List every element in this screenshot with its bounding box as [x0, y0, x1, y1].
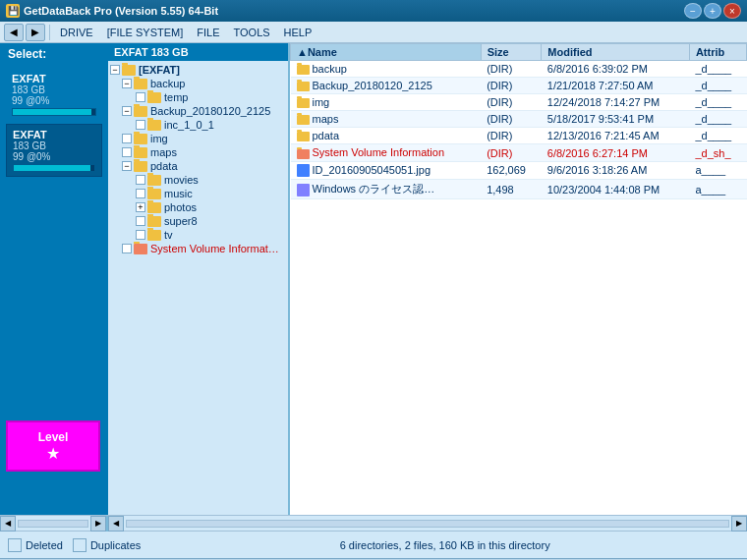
file-attrib-backup2125: _d____	[689, 78, 746, 94]
tree-expand-super8[interactable]	[136, 216, 145, 226]
file-table: ▲Name Size Modified Attrib backup (DIR) …	[290, 43, 747, 199]
tree-label-super8: super8	[164, 215, 198, 227]
nav-back-button[interactable]: ◀	[4, 24, 24, 41]
table-row[interactable]: backup (DIR) 6/8/2016 6:39:02 PM _d____	[291, 61, 747, 78]
folder-icon-pdata	[134, 161, 147, 172]
col-header-modified[interactable]: Modified	[542, 44, 690, 61]
tree-item-maps[interactable]: maps	[108, 145, 288, 159]
table-row[interactable]: Windows のライセス認… 1,498 10/23/2004 1:44:08…	[291, 180, 747, 199]
deleted-checkbox[interactable]	[8, 538, 22, 552]
file-name-jpg: ID_20160905045051.jpg	[291, 161, 482, 180]
menu-filesystem[interactable]: [FILE SYSTEM]	[101, 25, 190, 40]
level-label: Level	[38, 430, 69, 444]
tree-item-music[interactable]: music	[108, 187, 288, 200]
tree-expand-img[interactable]	[122, 134, 132, 143]
col-header-size[interactable]: Size	[481, 44, 542, 61]
tree-expand-sysvolinfo[interactable]	[122, 244, 132, 253]
file-name-backup: backup	[291, 61, 482, 78]
tree-label-music: music	[164, 188, 193, 199]
level-panel[interactable]: Level ★	[6, 420, 100, 472]
menu-file[interactable]: FILE	[191, 25, 225, 40]
table-row[interactable]: pdata (DIR) 12/13/2016 7:21:45 AM _d____	[291, 128, 747, 144]
folder-icon	[297, 98, 310, 108]
menu-help[interactable]: HELP	[278, 25, 318, 40]
tree-content: − [EXFAT] − backup temp	[108, 61, 288, 257]
scroll-right-btn-files[interactable]: ▶	[731, 516, 747, 532]
scroll-track-tree[interactable]	[18, 520, 88, 528]
select-panel: Select: EXFAT 183 GB 99 @0% EXFAT 183 GB…	[0, 43, 108, 515]
status-bar: Deleted Duplicates 6 directories, 2 file…	[0, 531, 747, 558]
deleted-label: Deleted	[26, 539, 63, 551]
tree-expand-maps[interactable]	[122, 147, 132, 157]
tree-expand-photos[interactable]: +	[136, 202, 145, 212]
tree-header: EXFAT 183 GB	[108, 43, 288, 61]
tree-item-movies[interactable]: movies	[108, 173, 288, 187]
folder-icon-tv	[147, 230, 161, 241]
table-row[interactable]: img (DIR) 12/24/2018 7:14:27 PM _d____	[291, 94, 747, 111]
tree-label-tv: tv	[164, 229, 173, 241]
duplicates-label: Duplicates	[90, 539, 141, 551]
folder-icon-inc	[147, 120, 161, 131]
file-modified-license: 10/23/2004 1:44:08 PM	[542, 180, 690, 199]
file-size-backup2125: (DIR)	[481, 78, 542, 94]
tree-expand-inc[interactable]	[136, 120, 145, 130]
table-row[interactable]: ID_20160905045051.jpg 162,069 9/6/2016 3…	[291, 161, 747, 180]
maximize-button[interactable]: +	[704, 3, 721, 19]
title-bar-left: 💾 GetDataBack Pro (Version 5.55) 64-Bit	[6, 4, 218, 18]
minimize-button[interactable]: −	[684, 3, 702, 19]
duplicates-checkbox[interactable]	[73, 538, 86, 552]
drive-progress-bar-1	[13, 109, 91, 115]
file-attrib-backup: _d____	[689, 61, 746, 78]
file-attrib-maps: _d____	[689, 111, 746, 128]
col-header-name[interactable]: ▲Name	[291, 44, 482, 61]
tree-expand-backup2125[interactable]: −	[122, 106, 132, 116]
drive-percent-1: 99 @0%	[12, 95, 96, 106]
file-size-img: (DIR)	[481, 94, 542, 111]
tree-expand-music[interactable]	[136, 189, 145, 198]
table-row[interactable]: maps (DIR) 5/18/2017 9:53:41 PM _d____	[291, 111, 747, 128]
title-controls: − + ×	[684, 3, 741, 19]
tree-item-sysvolinfo[interactable]: System Volume Informat…	[108, 242, 288, 255]
tree-expand-exfat[interactable]: −	[110, 65, 120, 75]
tree-item-backup[interactable]: − backup	[108, 77, 288, 90]
tree-expand-pdata[interactable]: −	[122, 161, 132, 171]
menu-tools[interactable]: TOOLS	[228, 25, 276, 40]
file-size-backup: (DIR)	[481, 61, 542, 78]
col-header-attrib[interactable]: Attrib	[689, 44, 746, 61]
tree-item-temp[interactable]: temp	[108, 90, 288, 104]
drive-item-1[interactable]: EXFAT 183 GB 99 @0%	[6, 69, 102, 120]
tree-item-tv[interactable]: tv	[108, 228, 288, 242]
txt-icon	[297, 184, 310, 196]
menu-drive[interactable]: DRIVE	[54, 25, 99, 40]
scroll-right-btn-tree[interactable]: ▶	[90, 516, 106, 532]
jpg-icon	[297, 164, 310, 177]
table-row[interactable]: Backup_20180120_2125 (DIR) 1/21/2018 7:2…	[291, 78, 747, 94]
scroll-left-btn-tree[interactable]: ◀	[0, 516, 16, 532]
scroll-track-files[interactable]	[126, 520, 729, 528]
tree-expand-tv[interactable]	[136, 230, 145, 240]
tree-item-exfat[interactable]: − [EXFAT]	[108, 63, 288, 77]
nav-forward-button[interactable]: ▶	[26, 24, 45, 41]
tree-item-img[interactable]: img	[108, 132, 288, 145]
tree-expand-movies[interactable]	[136, 175, 145, 185]
scroll-left-btn-files[interactable]: ◀	[108, 516, 124, 532]
tree-item-super8[interactable]: super8	[108, 214, 288, 228]
tree-expand-backup[interactable]: −	[122, 79, 132, 88]
close-button[interactable]: ×	[723, 3, 741, 19]
tree-label-backup2125: Backup_20180120_2125	[150, 105, 270, 117]
folder-icon-photos	[147, 202, 161, 213]
horizontal-scroll-area: ◀ ▶ ◀ ▶	[0, 515, 747, 531]
tree-label-pdata: pdata	[150, 160, 178, 172]
menu-bar: ◀ ▶ DRIVE [FILE SYSTEM] FILE TOOLS HELP	[0, 22, 747, 43]
tree-item-pdata[interactable]: − pdata	[108, 159, 288, 173]
tree-expand-temp[interactable]	[136, 92, 145, 102]
drive-progress-2	[13, 164, 95, 172]
folder-icon	[297, 82, 310, 91]
table-row[interactable]: System Volume Information (DIR) 6/8/2016…	[291, 144, 747, 161]
file-modified-backup2125: 1/21/2018 7:27:50 AM	[542, 78, 690, 94]
drive-item-2[interactable]: EXFAT 183 GB 99 @0%	[6, 124, 102, 177]
tree-item-backup2125[interactable]: − Backup_20180120_2125	[108, 104, 288, 118]
tree-item-photos[interactable]: + photos	[108, 200, 288, 214]
content-area: EXFAT 183 GB − [EXFAT] − backup	[108, 43, 747, 515]
tree-item-inc[interactable]: inc_1_0_1	[108, 118, 288, 132]
